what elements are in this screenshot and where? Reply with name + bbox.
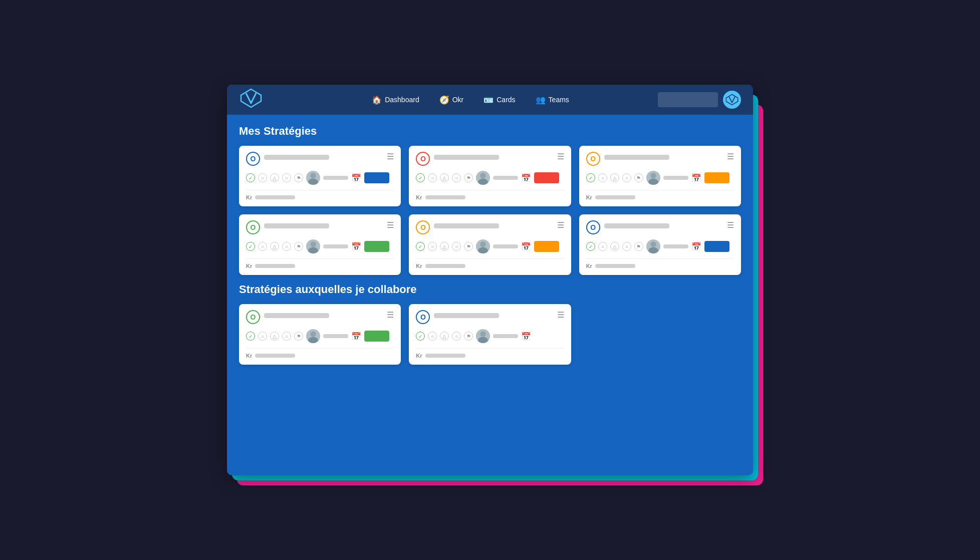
meta-bar: [323, 334, 348, 338]
kr-bar: [255, 264, 295, 268]
card-footer: Kr: [416, 348, 564, 359]
avatar: [306, 329, 320, 343]
scene: 🏠 Dashboard 🧭 Okr 🪪 Cards 👥 Teams: [227, 85, 753, 475]
nav-teams-label: Teams: [549, 96, 569, 104]
card-title-bar: [604, 155, 669, 160]
avatar: [476, 239, 490, 253]
svg-point-16: [480, 331, 486, 337]
card-meta: ✓ ○ △ ○ ⚑ 📅: [416, 329, 564, 343]
search-input[interactable]: [658, 92, 718, 107]
card-title-bar: [434, 155, 499, 160]
nav-items: 🏠 Dashboard 🧭 Okr 🪪 Cards 👥 Teams: [283, 91, 658, 109]
letter-badge: O: [416, 310, 430, 324]
kr-bar: [425, 264, 465, 268]
strategy-card: O ☰ ✓ ○ △ ○ ⚑: [579, 146, 741, 206]
cards-icon: 🪪: [483, 95, 494, 105]
kr-label: Kr: [586, 194, 592, 200]
calendar-icon: 📅: [691, 173, 701, 183]
card-footer: Kr: [246, 258, 394, 269]
card-header: O ☰: [246, 220, 394, 234]
card-left: O: [416, 152, 499, 166]
meta-icon-check: ✓: [416, 332, 425, 341]
nav-teams[interactable]: 👥 Teams: [528, 91, 577, 109]
svg-point-14: [310, 331, 316, 337]
meta-icon-check: ✓: [416, 242, 425, 251]
svg-point-15: [308, 337, 318, 343]
strategy-card: O ☰ ✓ ○ △ ○ ⚑: [239, 146, 401, 206]
meta-icon-circle2: ○: [622, 173, 631, 182]
svg-point-10: [480, 241, 486, 247]
meta-icon-circle1: ○: [258, 332, 267, 341]
calendar-icon: 📅: [351, 173, 361, 183]
nav-dashboard[interactable]: 🏠 Dashboard: [364, 91, 427, 109]
meta-icon-circle2: ○: [282, 242, 291, 251]
meta-icon-check: ✓: [246, 242, 255, 251]
card-left: O: [246, 220, 329, 234]
section-title-1: Mes Stratégies: [239, 125, 741, 138]
nav-cards[interactable]: 🪪 Cards: [475, 91, 523, 109]
svg-point-2: [310, 173, 316, 178]
kr-bar: [425, 195, 465, 199]
logo-icon: [239, 88, 263, 112]
calendar-icon: 📅: [521, 242, 531, 251]
avatar: [476, 329, 490, 343]
kr-label: Kr: [586, 263, 592, 269]
calendar-icon: 📅: [351, 332, 361, 341]
svg-marker-0: [241, 89, 261, 107]
meta-icon-tri: △: [270, 332, 279, 341]
card-menu[interactable]: ☰: [387, 152, 394, 161]
strategy-card: O ☰ ✓ ○ △ ○ ⚑: [409, 214, 571, 275]
meta-icon-check: ✓: [586, 173, 595, 182]
card-menu[interactable]: ☰: [557, 310, 564, 320]
meta-icon-circle1: ○: [598, 242, 607, 251]
topbar: 🏠 Dashboard 🧭 Okr 🪪 Cards 👥 Teams: [227, 85, 753, 115]
svg-point-7: [648, 178, 658, 185]
nav-okr[interactable]: 🧭 Okr: [431, 91, 472, 109]
section-title-2: Stratégies auxquelles je collabore: [239, 283, 741, 296]
svg-point-6: [650, 173, 656, 178]
card-menu[interactable]: ☰: [387, 220, 394, 230]
kr-bar: [595, 264, 635, 268]
status-badge: [534, 241, 559, 252]
content: Mes Stratégies O ☰ ✓ ○ △ ○: [227, 115, 753, 475]
card-header: O ☰: [586, 152, 734, 166]
card-left: O: [246, 152, 329, 166]
kr-label: Kr: [246, 194, 252, 200]
meta-icon-circle1: ○: [258, 173, 267, 182]
calendar-icon: 📅: [691, 242, 701, 251]
meta-icon-tri: △: [440, 332, 449, 341]
card-menu[interactable]: ☰: [557, 152, 564, 161]
meta-icon-check: ✓: [416, 173, 425, 182]
meta-icon-circle1: ○: [428, 173, 437, 182]
card-title-bar: [264, 223, 329, 228]
card-header: O ☰: [416, 310, 564, 324]
letter-badge: O: [586, 152, 600, 166]
status-badge: [534, 172, 559, 183]
svg-point-3: [308, 178, 318, 185]
card-menu[interactable]: ☰: [727, 152, 734, 161]
avatar: [646, 239, 660, 253]
meta-icon-flag: ⚑: [294, 332, 303, 341]
status-badge: [704, 241, 729, 252]
okr-icon: 🧭: [439, 95, 449, 105]
section-collab: Stratégies auxquelles je collabore O ☰: [239, 283, 741, 365]
status-badge: [364, 241, 389, 252]
letter-badge: O: [246, 310, 260, 324]
meta-icon-tri: △: [270, 242, 279, 251]
card-menu[interactable]: ☰: [727, 220, 734, 230]
dashboard-icon: 🏠: [372, 95, 382, 105]
card-meta: ✓ ○ △ ○ ⚑ 📅: [246, 171, 394, 185]
meta-bar: [323, 244, 348, 248]
strategy-card: O ☰ ✓ ○ △ ○ ⚑: [239, 214, 401, 275]
kr-label: Kr: [416, 263, 422, 269]
card-footer: Kr: [416, 190, 564, 200]
user-avatar[interactable]: [723, 91, 741, 109]
nav-okr-label: Okr: [452, 96, 464, 104]
meta-icon-tri: △: [440, 242, 449, 251]
strategy-card: O ☰ ✓ ○ △ ○ ⚑: [579, 214, 741, 275]
card-menu[interactable]: ☰: [557, 220, 564, 230]
card-meta: ✓ ○ △ ○ ⚑ 📅: [416, 171, 564, 185]
kr-bar: [255, 195, 295, 199]
meta-bar: [663, 176, 688, 180]
card-menu[interactable]: ☰: [387, 310, 394, 320]
